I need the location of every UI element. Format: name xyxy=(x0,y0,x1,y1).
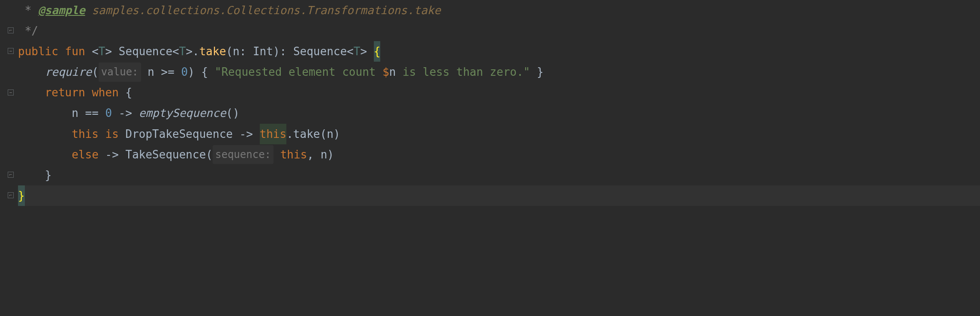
parameter-hint: sequence: xyxy=(213,145,274,164)
keyword-this: this xyxy=(280,144,307,165)
keyword-return: return xyxy=(45,82,85,103)
string-literal: is less than zero." xyxy=(396,62,530,82)
keyword-else: else xyxy=(72,144,99,165)
param-n: n xyxy=(233,41,240,62)
fold-marker-icon[interactable]: − xyxy=(8,89,14,95)
code-line[interactable]: */ xyxy=(18,21,980,41)
code-area[interactable]: * @sample samples.collections.Collection… xyxy=(16,0,980,316)
code-line[interactable]: } xyxy=(18,165,980,185)
keyword-fun: fun xyxy=(65,41,85,62)
code-line[interactable]: this is DropTakeSequence -> this.take(n) xyxy=(18,124,980,144)
brace-close: } xyxy=(18,185,25,206)
type-param: T xyxy=(99,41,105,62)
number-literal: 0 xyxy=(181,62,188,82)
type-param: T xyxy=(354,41,361,62)
fn-empty-sequence: emptySequence xyxy=(139,103,226,123)
fold-marker-icon[interactable]: ⌐ xyxy=(8,27,14,33)
fn-take: take xyxy=(293,124,320,144)
gutter: ⌐ − − ⌐ ⌐ xyxy=(0,0,16,316)
type-param: T xyxy=(179,41,186,62)
code-editor[interactable]: ⌐ − − ⌐ ⌐ * @sample samples.collections.… xyxy=(0,0,980,316)
type-sequence: Sequence xyxy=(293,41,347,62)
type-sequence: Sequence xyxy=(119,41,172,62)
brace-close: } xyxy=(45,165,52,185)
kdoc-end: */ xyxy=(18,21,38,41)
code-line[interactable]: public fun <T> Sequence<T>.take(n: Int):… xyxy=(18,41,980,62)
type-take-sequence: TakeSequence xyxy=(125,144,206,165)
string-template-var: n xyxy=(389,62,396,82)
type-drop-take: DropTakeSequence xyxy=(125,124,232,144)
keyword-this: this xyxy=(72,124,99,144)
fold-marker-icon[interactable]: − xyxy=(8,48,14,54)
code-line[interactable]: return when { xyxy=(18,82,980,103)
string-template-dollar: $ xyxy=(382,62,389,82)
keyword-public: public xyxy=(18,41,58,62)
kdoc-text: samples.collections.Collections.Transfor… xyxy=(85,0,441,21)
fn-require: require xyxy=(45,62,92,82)
fold-marker-icon[interactable]: ⌐ xyxy=(8,172,14,178)
code-line[interactable]: else -> TakeSequence(sequence: this, n) xyxy=(18,144,980,165)
fold-marker-icon[interactable]: ⌐ xyxy=(8,192,14,198)
code-line[interactable]: require(value: n >= 0) { "Requested elem… xyxy=(18,62,980,82)
keyword-when: when xyxy=(92,82,119,103)
number-literal: 0 xyxy=(105,103,112,123)
type-int: Int xyxy=(253,41,273,62)
kdoc-star: * xyxy=(18,0,38,21)
parameter-hint: value: xyxy=(99,63,141,81)
string-literal: "Requested element count xyxy=(215,62,382,82)
kdoc-tag: @sample xyxy=(38,0,85,21)
code-line[interactable]: n == 0 -> emptySequence() xyxy=(18,103,980,123)
function-name: take xyxy=(199,41,226,62)
code-line-current[interactable]: } xyxy=(18,185,980,206)
keyword-is: is xyxy=(105,124,119,144)
brace-open: { xyxy=(374,41,381,62)
keyword-this-highlighted: this xyxy=(260,124,287,144)
code-line[interactable]: * @sample samples.collections.Collection… xyxy=(18,0,980,21)
